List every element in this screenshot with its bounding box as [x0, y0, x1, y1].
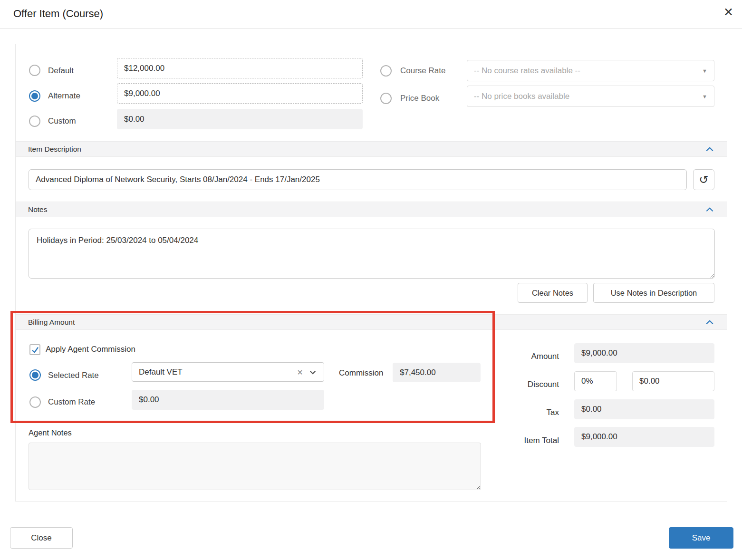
collapse-billing-icon[interactable] [705, 318, 714, 327]
course-rate-placeholder: -- No course rates available -- [474, 66, 698, 76]
alternate-rate-radio[interactable] [29, 90, 40, 102]
billing-amount-title: Billing Amount [28, 318, 75, 327]
close-icon[interactable]: ✕ [723, 6, 733, 18]
selected-rate-radio[interactable] [29, 369, 41, 381]
default-rate-input[interactable] [117, 58, 363, 78]
alternate-rate-label: Alternate [48, 91, 80, 101]
item-description-input[interactable] [29, 169, 687, 190]
agent-notes-textarea[interactable] [29, 443, 481, 490]
item-description-header: Item Description [16, 141, 727, 157]
clear-selection-icon[interactable]: × [297, 367, 303, 377]
course-rate-radio[interactable] [380, 65, 392, 77]
caret-down-icon: ▼ [702, 94, 707, 99]
checkmark-icon [31, 346, 39, 354]
commission-label: Commission [339, 368, 384, 378]
commission-rate-value: Default VET [139, 367, 297, 377]
discount-amount-input[interactable] [632, 371, 714, 391]
history-icon: ↺ [699, 174, 708, 185]
collapse-item-description-icon[interactable] [705, 145, 714, 154]
restore-description-button[interactable]: ↺ [693, 169, 714, 190]
custom-rate-option-radio[interactable] [29, 116, 40, 127]
use-notes-in-description-button[interactable]: Use Notes in Description [593, 283, 714, 303]
default-rate-label: Default [48, 66, 74, 76]
amount-label: Amount [492, 352, 559, 361]
item-total-label: Item Total [492, 436, 559, 445]
page-title: Offer Item (Course) [13, 8, 103, 20]
discount-percent-input[interactable] [574, 371, 617, 391]
item-total-input[interactable] [574, 427, 714, 447]
agent-notes-label: Agent Notes [29, 428, 72, 437]
tax-label: Tax [492, 408, 559, 417]
selected-rate-label: Selected Rate [48, 371, 99, 380]
alternate-rate-input[interactable] [117, 83, 363, 104]
apply-commission-label: Apply Agent Commission [46, 345, 135, 354]
discount-label: Discount [492, 380, 559, 389]
custom-rate-option-label: Custom [48, 116, 76, 126]
commission-rate-select[interactable]: Default VET × [132, 362, 324, 382]
custom-rate-option-input[interactable] [117, 109, 363, 129]
course-rate-select[interactable]: -- No course rates available -- ▼ [467, 60, 714, 81]
modal-titlebar: Offer Item (Course) ✕ [0, 0, 742, 29]
custom-rate-radio[interactable] [29, 396, 41, 408]
chevron-down-icon[interactable] [308, 368, 317, 377]
custom-rate-input[interactable] [132, 390, 324, 410]
course-rate-label: Course Rate [400, 66, 445, 76]
billing-amount-header: Billing Amount [16, 314, 727, 330]
notes-textarea[interactable]: Holidays in Period: 25/03/2024 to 05/04/… [29, 229, 715, 279]
save-button[interactable]: Save [669, 527, 733, 549]
apply-commission-checkbox[interactable] [29, 344, 40, 355]
price-book-select[interactable]: -- No price books available ▼ [467, 86, 714, 107]
price-book-label: Price Book [400, 94, 439, 103]
collapse-notes-icon[interactable] [705, 205, 714, 214]
notes-header: Notes [16, 202, 727, 217]
price-book-radio[interactable] [380, 93, 392, 104]
custom-rate-label: Custom Rate [48, 397, 95, 407]
commission-input[interactable] [393, 363, 481, 382]
notes-title: Notes [28, 205, 48, 214]
close-button[interactable]: Close [10, 527, 73, 549]
caret-down-icon: ▼ [702, 68, 707, 74]
tax-input[interactable] [574, 399, 714, 419]
clear-notes-button[interactable]: Clear Notes [518, 283, 588, 303]
default-rate-radio[interactable] [29, 65, 40, 76]
offer-item-modal: Offer Item (Course) ✕ Default Alternate … [0, 0, 742, 560]
amount-input[interactable] [574, 343, 714, 363]
item-description-title: Item Description [28, 145, 81, 154]
price-book-placeholder: -- No price books available [474, 92, 698, 101]
